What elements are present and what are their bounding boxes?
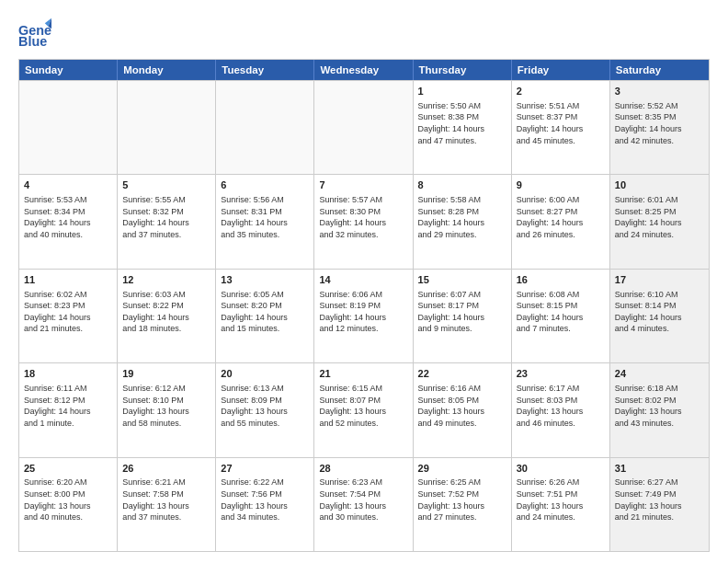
cell-info: Sunrise: 6:07 AM Sunset: 8:17 PM Dayligh… bbox=[418, 289, 506, 335]
day-cell-11: 11Sunrise: 6:02 AM Sunset: 8:23 PM Dayli… bbox=[19, 270, 118, 362]
day-cell-25: 25Sunrise: 6:20 AM Sunset: 8:00 PM Dayli… bbox=[19, 458, 118, 551]
day-cell-29: 29Sunrise: 6:25 AM Sunset: 7:52 PM Dayli… bbox=[414, 458, 512, 551]
day-cell-14: 14Sunrise: 6:06 AM Sunset: 8:19 PM Dayli… bbox=[314, 270, 413, 362]
day-number: 18 bbox=[24, 367, 112, 381]
cell-info: Sunrise: 5:58 AM Sunset: 8:28 PM Dayligh… bbox=[418, 194, 506, 240]
cell-info: Sunrise: 6:03 AM Sunset: 8:22 PM Dayligh… bbox=[122, 289, 210, 335]
cell-info: Sunrise: 5:50 AM Sunset: 8:38 PM Dayligh… bbox=[418, 100, 506, 146]
cell-info: Sunrise: 5:55 AM Sunset: 8:32 PM Dayligh… bbox=[122, 194, 210, 240]
day-cell-3: 3Sunrise: 5:52 AM Sunset: 8:35 PM Daylig… bbox=[610, 81, 709, 174]
day-number: 8 bbox=[418, 178, 506, 192]
day-of-week-friday: Friday bbox=[512, 60, 610, 80]
day-cell-15: 15Sunrise: 6:07 AM Sunset: 8:17 PM Dayli… bbox=[414, 270, 512, 362]
cell-info: Sunrise: 6:08 AM Sunset: 8:15 PM Dayligh… bbox=[517, 289, 605, 335]
calendar: SundayMondayTuesdayWednesdayThursdayFrid… bbox=[18, 59, 710, 552]
day-of-week-sunday: Sunday bbox=[19, 60, 118, 80]
calendar-row-4: 25Sunrise: 6:20 AM Sunset: 8:00 PM Dayli… bbox=[19, 457, 709, 551]
day-cell-28: 28Sunrise: 6:23 AM Sunset: 7:54 PM Dayli… bbox=[314, 458, 413, 551]
cell-info: Sunrise: 5:53 AM Sunset: 8:34 PM Dayligh… bbox=[24, 194, 112, 240]
day-number: 24 bbox=[615, 367, 704, 381]
day-number: 12 bbox=[122, 273, 210, 287]
day-number: 31 bbox=[615, 462, 704, 476]
empty-cell-0-2 bbox=[216, 81, 314, 174]
day-cell-2: 2Sunrise: 5:51 AM Sunset: 8:37 PM Daylig… bbox=[512, 81, 610, 174]
day-number: 2 bbox=[517, 85, 605, 98]
svg-text:Blue: Blue bbox=[18, 34, 47, 49]
day-number: 3 bbox=[615, 85, 704, 98]
day-of-week-saturday: Saturday bbox=[610, 60, 709, 80]
cell-info: Sunrise: 6:18 AM Sunset: 8:02 PM Dayligh… bbox=[615, 383, 704, 429]
cell-info: Sunrise: 5:52 AM Sunset: 8:35 PM Dayligh… bbox=[615, 100, 704, 146]
day-number: 6 bbox=[221, 178, 309, 192]
cell-info: Sunrise: 6:00 AM Sunset: 8:27 PM Dayligh… bbox=[517, 194, 605, 240]
day-number: 26 bbox=[122, 462, 210, 476]
day-of-week-thursday: Thursday bbox=[414, 60, 512, 80]
calendar-row-0: 1Sunrise: 5:50 AM Sunset: 8:38 PM Daylig… bbox=[19, 80, 709, 174]
empty-cell-0-0 bbox=[19, 81, 118, 174]
empty-cell-0-3 bbox=[314, 81, 413, 174]
day-cell-27: 27Sunrise: 6:22 AM Sunset: 7:56 PM Dayli… bbox=[216, 458, 314, 551]
cell-info: Sunrise: 6:16 AM Sunset: 8:05 PM Dayligh… bbox=[418, 383, 506, 429]
day-cell-22: 22Sunrise: 6:16 AM Sunset: 8:05 PM Dayli… bbox=[414, 363, 512, 456]
calendar-body: 1Sunrise: 5:50 AM Sunset: 8:38 PM Daylig… bbox=[19, 80, 709, 551]
cell-info: Sunrise: 6:21 AM Sunset: 7:58 PM Dayligh… bbox=[122, 477, 210, 523]
day-cell-13: 13Sunrise: 6:05 AM Sunset: 8:20 PM Dayli… bbox=[216, 270, 314, 362]
page: General Blue SundayMondayTuesdayWednesda… bbox=[0, 0, 728, 563]
day-cell-18: 18Sunrise: 6:11 AM Sunset: 8:12 PM Dayli… bbox=[19, 363, 118, 456]
cell-info: Sunrise: 5:56 AM Sunset: 8:31 PM Dayligh… bbox=[221, 194, 309, 240]
day-number: 21 bbox=[319, 367, 407, 381]
cell-info: Sunrise: 6:23 AM Sunset: 7:54 PM Dayligh… bbox=[319, 477, 407, 523]
cell-info: Sunrise: 6:27 AM Sunset: 7:49 PM Dayligh… bbox=[615, 477, 704, 523]
day-number: 27 bbox=[221, 462, 309, 476]
day-number: 30 bbox=[517, 462, 605, 476]
day-cell-24: 24Sunrise: 6:18 AM Sunset: 8:02 PM Dayli… bbox=[610, 363, 709, 456]
cell-info: Sunrise: 6:02 AM Sunset: 8:23 PM Dayligh… bbox=[24, 289, 112, 335]
day-cell-6: 6Sunrise: 5:56 AM Sunset: 8:31 PM Daylig… bbox=[216, 175, 314, 268]
day-cell-23: 23Sunrise: 6:17 AM Sunset: 8:03 PM Dayli… bbox=[512, 363, 610, 456]
calendar-header: SundayMondayTuesdayWednesdayThursdayFrid… bbox=[19, 60, 709, 80]
day-cell-26: 26Sunrise: 6:21 AM Sunset: 7:58 PM Dayli… bbox=[118, 458, 216, 551]
day-number: 16 bbox=[517, 273, 605, 287]
cell-info: Sunrise: 6:26 AM Sunset: 7:51 PM Dayligh… bbox=[517, 477, 605, 523]
cell-info: Sunrise: 6:10 AM Sunset: 8:14 PM Dayligh… bbox=[615, 289, 704, 335]
cell-info: Sunrise: 6:25 AM Sunset: 7:52 PM Dayligh… bbox=[418, 477, 506, 523]
logo: General Blue bbox=[18, 17, 51, 50]
day-cell-30: 30Sunrise: 6:26 AM Sunset: 7:51 PM Dayli… bbox=[512, 458, 610, 551]
empty-cell-0-1 bbox=[118, 81, 216, 174]
header: General Blue bbox=[18, 17, 710, 50]
day-cell-19: 19Sunrise: 6:12 AM Sunset: 8:10 PM Dayli… bbox=[118, 363, 216, 456]
day-number: 25 bbox=[24, 462, 112, 476]
day-of-week-monday: Monday bbox=[118, 60, 216, 80]
day-number: 22 bbox=[418, 367, 506, 381]
cell-info: Sunrise: 6:01 AM Sunset: 8:25 PM Dayligh… bbox=[615, 194, 704, 240]
day-of-week-tuesday: Tuesday bbox=[216, 60, 314, 80]
cell-info: Sunrise: 5:51 AM Sunset: 8:37 PM Dayligh… bbox=[517, 100, 605, 146]
day-cell-17: 17Sunrise: 6:10 AM Sunset: 8:14 PM Dayli… bbox=[610, 270, 709, 362]
day-number: 7 bbox=[319, 178, 407, 192]
day-number: 29 bbox=[418, 462, 506, 476]
day-cell-7: 7Sunrise: 5:57 AM Sunset: 8:30 PM Daylig… bbox=[314, 175, 413, 268]
cell-info: Sunrise: 6:12 AM Sunset: 8:10 PM Dayligh… bbox=[122, 383, 210, 429]
day-number: 14 bbox=[319, 273, 407, 287]
day-cell-16: 16Sunrise: 6:08 AM Sunset: 8:15 PM Dayli… bbox=[512, 270, 610, 362]
day-number: 23 bbox=[517, 367, 605, 381]
day-of-week-wednesday: Wednesday bbox=[314, 60, 413, 80]
day-cell-1: 1Sunrise: 5:50 AM Sunset: 8:38 PM Daylig… bbox=[414, 81, 512, 174]
day-cell-12: 12Sunrise: 6:03 AM Sunset: 8:22 PM Dayli… bbox=[118, 270, 216, 362]
day-number: 17 bbox=[615, 273, 704, 287]
day-number: 28 bbox=[319, 462, 407, 476]
day-cell-31: 31Sunrise: 6:27 AM Sunset: 7:49 PM Dayli… bbox=[610, 458, 709, 551]
cell-info: Sunrise: 6:06 AM Sunset: 8:19 PM Dayligh… bbox=[319, 289, 407, 335]
calendar-row-1: 4Sunrise: 5:53 AM Sunset: 8:34 PM Daylig… bbox=[19, 174, 709, 268]
day-cell-20: 20Sunrise: 6:13 AM Sunset: 8:09 PM Dayli… bbox=[216, 363, 314, 456]
day-number: 9 bbox=[517, 178, 605, 192]
day-number: 4 bbox=[24, 178, 112, 192]
cell-info: Sunrise: 6:22 AM Sunset: 7:56 PM Dayligh… bbox=[221, 477, 309, 523]
day-number: 5 bbox=[122, 178, 210, 192]
cell-info: Sunrise: 6:05 AM Sunset: 8:20 PM Dayligh… bbox=[221, 289, 309, 335]
day-number: 1 bbox=[418, 85, 506, 98]
cell-info: Sunrise: 6:13 AM Sunset: 8:09 PM Dayligh… bbox=[221, 383, 309, 429]
day-cell-5: 5Sunrise: 5:55 AM Sunset: 8:32 PM Daylig… bbox=[118, 175, 216, 268]
calendar-row-3: 18Sunrise: 6:11 AM Sunset: 8:12 PM Dayli… bbox=[19, 362, 709, 456]
cell-info: Sunrise: 5:57 AM Sunset: 8:30 PM Dayligh… bbox=[319, 194, 407, 240]
